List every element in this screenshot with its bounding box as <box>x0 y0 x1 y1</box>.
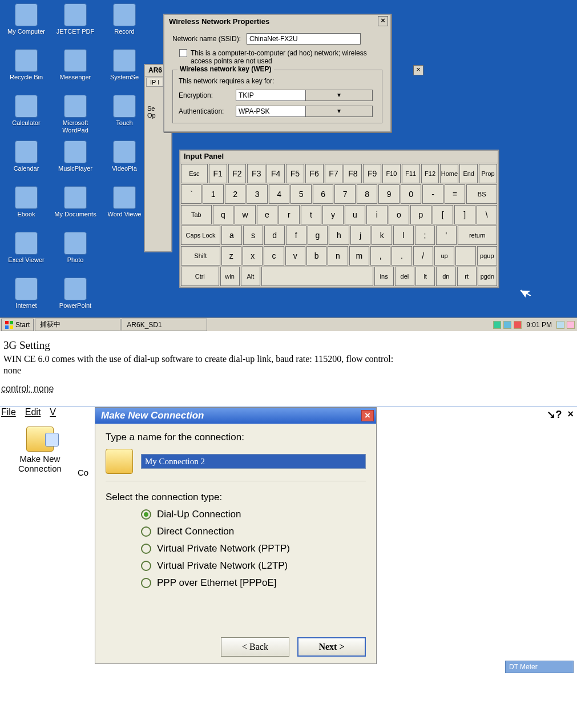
keyboard-key[interactable] <box>261 267 373 286</box>
keyboard-key[interactable]: 4 <box>269 184 289 204</box>
connection-type-option[interactable]: Virtual Private Network (L2TP) <box>141 560 366 572</box>
keyboard-key[interactable]: Caps Lock <box>181 226 220 245</box>
desktop-icon[interactable]: Messenger <box>51 48 99 92</box>
start-button[interactable]: Start <box>1 319 34 331</box>
keyboard-key[interactable]: ' <box>436 226 457 245</box>
keyboard-key[interactable]: v <box>285 246 305 266</box>
keyboard-key[interactable]: F8 <box>344 164 362 183</box>
ssid-input[interactable] <box>247 33 361 45</box>
menu-view[interactable]: V <box>50 407 56 417</box>
keyboard-key[interactable]: j <box>350 226 371 245</box>
keyboard-key[interactable]: Home <box>440 164 458 183</box>
keyboard-key[interactable]: l <box>393 226 414 245</box>
desktop-icon[interactable]: Record <box>100 2 148 47</box>
keyboard-key[interactable]: Shift <box>181 246 220 266</box>
encryption-dropdown[interactable]: TKIP ▾ <box>236 90 373 101</box>
keyboard-key[interactable]: BS <box>466 184 497 204</box>
keyboard-key[interactable]: p <box>410 205 431 224</box>
back-button[interactable]: < Back <box>221 637 289 657</box>
adhoc-checkbox[interactable] <box>179 49 187 57</box>
connection-type-option[interactable]: Direct Connection <box>141 526 366 537</box>
desktop-icon[interactable]: Recycle Bin <box>2 48 50 92</box>
keyboard-key[interactable]: c <box>264 246 284 266</box>
desktop-icon[interactable]: Microsoft WordPad <box>51 94 99 138</box>
keyboard-key[interactable]: 9 <box>378 184 399 204</box>
bgwin-tab[interactable]: IP I <box>146 78 163 87</box>
keyboard-key[interactable]: ` <box>181 184 201 204</box>
desktop-icon[interactable]: My Documents <box>51 185 99 230</box>
keyboard-key[interactable]: / <box>413 246 433 266</box>
keyboard-key[interactable]: 0 <box>401 184 421 204</box>
keyboard-key[interactable]: . <box>392 246 411 266</box>
keyboard-key[interactable]: h <box>329 226 349 245</box>
wireless-close-button[interactable]: × <box>378 16 388 26</box>
desktop-icon[interactable]: Word Viewe <box>100 185 148 230</box>
keyboard-key[interactable]: i <box>366 205 387 224</box>
taskbar-button[interactable]: 捕获中 <box>35 319 120 331</box>
keyboard-key[interactable]: ins <box>374 267 394 286</box>
make-new-connection-icon[interactable]: Make New Connection <box>18 427 62 473</box>
desktop-icon[interactable]: Calculator <box>2 94 50 138</box>
keyboard-key[interactable]: del <box>395 267 414 286</box>
keyboard-key[interactable]: n <box>328 246 348 266</box>
keyboard-key[interactable]: Tab <box>181 205 212 224</box>
desktop-icon[interactable]: Internet <box>2 276 50 321</box>
connection-name-input[interactable] <box>141 454 366 469</box>
desktop-icon[interactable]: SystemSe <box>100 48 148 92</box>
keyboard-key[interactable]: 2 <box>225 184 245 204</box>
keyboard-key[interactable]: End <box>459 164 478 183</box>
tray-battery-icon[interactable] <box>493 321 501 329</box>
desktop-icon[interactable]: Excel Viewer <box>2 231 50 275</box>
tray-desktop-icon[interactable] <box>556 321 564 329</box>
keyboard-key[interactable]: g <box>308 226 328 245</box>
keyboard-key[interactable]: = <box>445 184 465 204</box>
desktop-icon[interactable]: MusicPlayer <box>51 139 99 184</box>
keyboard-key[interactable]: F12 <box>421 164 439 183</box>
dt-meter-window[interactable]: DT Meter <box>505 661 574 673</box>
keyboard-key[interactable] <box>455 246 475 266</box>
keyboard-key[interactable]: b <box>306 246 326 266</box>
keyboard-key[interactable]: F5 <box>286 164 304 183</box>
keyboard-key[interactable]: F3 <box>247 164 265 183</box>
help-button[interactable]: ↘? <box>547 408 562 421</box>
keyboard-key[interactable]: Ctrl <box>181 267 219 286</box>
menu-edit[interactable]: Edit <box>25 407 41 417</box>
keyboard-key[interactable]: 6 <box>313 184 333 204</box>
keyboard-key[interactable]: F7 <box>325 164 343 183</box>
keyboard-key[interactable]: Alt <box>241 267 260 286</box>
keyboard-key[interactable]: pgup <box>477 246 497 266</box>
desktop-icon[interactable]: JETCET PDF <box>51 2 99 47</box>
keyboard-key[interactable]: q <box>213 205 233 224</box>
keyboard-key[interactable]: e <box>257 205 277 224</box>
connection-type-option[interactable]: Virtual Private Network (PPTP) <box>141 543 366 554</box>
keyboard-key[interactable]: f <box>286 226 306 245</box>
next-button[interactable]: Next > <box>297 637 366 657</box>
keyboard-key[interactable]: 1 <box>203 184 223 204</box>
keyboard-key[interactable]: F6 <box>305 164 324 183</box>
keyboard-key[interactable]: , <box>370 246 390 266</box>
keyboard-key[interactable]: win <box>220 267 240 286</box>
keyboard-key[interactable]: 8 <box>357 184 377 204</box>
keyboard-key[interactable]: 5 <box>290 184 311 204</box>
keyboard-key[interactable]: w <box>235 205 255 224</box>
auth-dropdown[interactable]: WPA-PSK ▾ <box>236 106 373 117</box>
keyboard-key[interactable]: ; <box>415 226 435 245</box>
keyboard-key[interactable]: 3 <box>247 184 267 204</box>
keyboard-key[interactable]: F10 <box>382 164 401 183</box>
wizard-close-button[interactable]: × <box>361 410 374 421</box>
desktop-icon[interactable]: Calendar <box>2 139 50 184</box>
window-close-button[interactable]: × <box>567 408 574 421</box>
keyboard-key[interactable]: lt <box>415 267 435 286</box>
keyboard-key[interactable]: s <box>243 226 264 245</box>
keyboard-key[interactable]: x <box>243 246 263 266</box>
desktop-icon[interactable]: Touch <box>100 94 148 138</box>
keyboard-key[interactable]: [ <box>433 205 453 224</box>
keyboard-key[interactable]: r <box>279 205 299 224</box>
keyboard-key[interactable]: pgdn <box>478 267 497 286</box>
keyboard-key[interactable]: t <box>301 205 321 224</box>
keyboard-key[interactable]: F11 <box>402 164 420 183</box>
desktop-icon[interactable]: My Computer <box>2 2 50 47</box>
keyboard-key[interactable]: F9 <box>363 164 381 183</box>
keyboard-key[interactable]: F4 <box>267 164 285 183</box>
desktop-icon[interactable]: Ebook <box>2 185 50 230</box>
